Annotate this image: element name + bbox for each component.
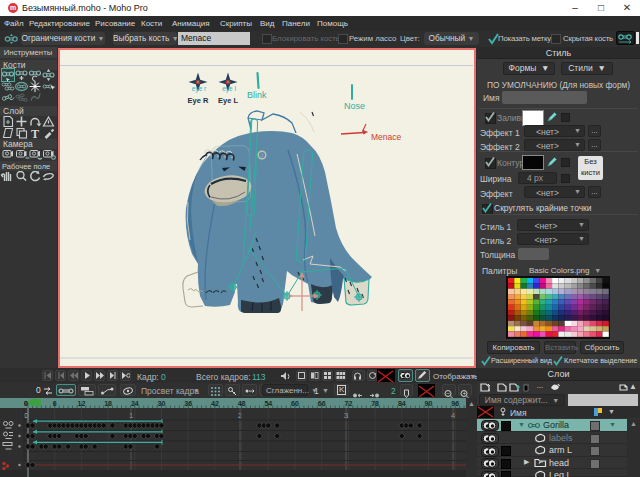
svg-text:0: 0 <box>24 411 28 420</box>
svg-text:24: 24 <box>131 400 139 407</box>
svg-text:Eye R: Eye R <box>188 96 209 105</box>
svg-text:0: 0 <box>24 400 28 407</box>
svg-text:96: 96 <box>451 400 459 407</box>
svg-text:42: 42 <box>211 400 219 407</box>
svg-text:▲: ▲ <box>468 400 475 407</box>
svg-text:18: 18 <box>104 400 112 407</box>
svg-text:30: 30 <box>158 400 166 407</box>
svg-text:12: 12 <box>78 400 86 407</box>
svg-text:48: 48 <box>238 400 246 407</box>
svg-text:78: 78 <box>371 400 379 407</box>
svg-text:Слой: Слой <box>3 106 24 116</box>
svg-text:90: 90 <box>425 400 433 407</box>
svg-text:Menace: Menace <box>371 132 402 142</box>
svg-text:36: 36 <box>184 400 192 407</box>
svg-text:Blink: Blink <box>247 90 267 100</box>
svg-text:+: + <box>463 390 467 397</box>
svg-text:72: 72 <box>345 400 353 407</box>
svg-text:84: 84 <box>398 400 406 407</box>
svg-text:Eye L: Eye L <box>218 96 238 105</box>
svg-text:eye r: eye r <box>192 85 207 93</box>
svg-text:66: 66 <box>318 400 326 407</box>
svg-text:Nose: Nose <box>344 101 365 111</box>
svg-text:Инструменты: Инструменты <box>4 48 53 57</box>
svg-text:Рабочее поле: Рабочее поле <box>2 162 50 171</box>
svg-text:54: 54 <box>264 400 272 407</box>
svg-text:−: − <box>447 390 451 397</box>
svg-text:60: 60 <box>291 400 299 407</box>
svg-text:eye l: eye l <box>222 85 236 93</box>
svg-text:6: 6 <box>53 400 57 407</box>
svg-text:Камера: Камера <box>3 139 33 149</box>
